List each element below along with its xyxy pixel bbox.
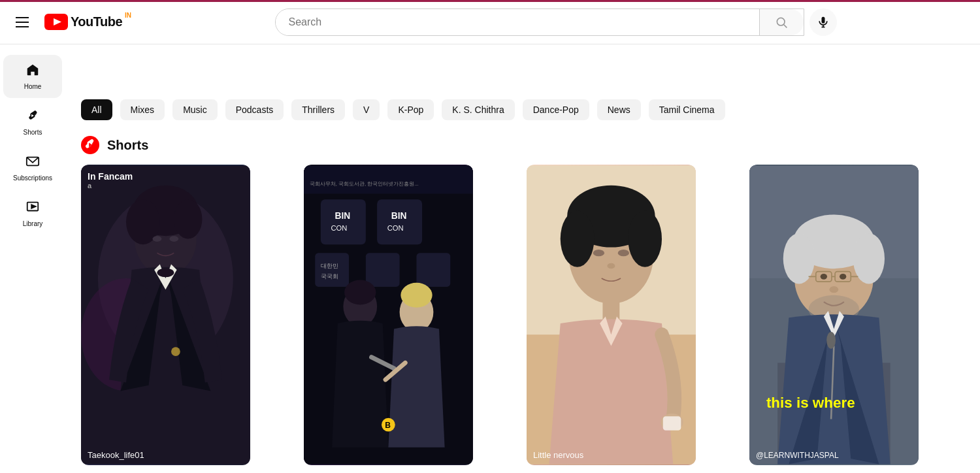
short-2-bottom-label — [304, 455, 473, 465]
svg-rect-33 — [315, 253, 349, 287]
topbar: YouTube IN — [0, 0, 980, 44]
hamburger-line-2 — [16, 22, 29, 23]
shorts-grid: In Fancam a Taekook_life01 국회사무처, 국회도서관,… — [81, 165, 964, 465]
youtube-logo[interactable]: YouTube IN — [44, 14, 131, 30]
chip-thrillers[interactable]: Thrillers — [291, 99, 345, 120]
svg-point-74 — [840, 274, 846, 280]
yt-region-badge: IN — [125, 12, 131, 19]
svg-point-73 — [821, 274, 827, 280]
svg-rect-28 — [377, 199, 422, 244]
shorts-section-title: Shorts — [107, 138, 148, 153]
hamburger-button[interactable] — [10, 12, 34, 33]
search-input[interactable] — [276, 9, 759, 35]
svg-text:BIN: BIN — [391, 211, 407, 221]
shorts-icon — [25, 108, 40, 126]
filter-row: All Mixes Music Podcasts Thrillers V K-P… — [81, 89, 964, 131]
library-icon — [25, 200, 40, 218]
mic-button[interactable] — [809, 8, 837, 36]
svg-point-52 — [561, 210, 595, 267]
svg-point-22 — [171, 347, 180, 356]
svg-point-56 — [607, 263, 615, 269]
hamburger-line-1 — [16, 17, 29, 18]
svg-marker-9 — [31, 204, 35, 208]
search-button[interactable] — [759, 9, 804, 35]
svg-rect-4 — [821, 16, 825, 23]
search-bar — [275, 8, 804, 36]
short-thumb-2: 국회사무처, 국회도서관, 한국인터넷가진흥원... BIN CON BIN C… — [304, 165, 473, 465]
sidebar-item-library[interactable]: Library — [3, 192, 62, 235]
shorts-section-header: Shorts — [81, 136, 964, 154]
sidebar: Home Shorts Subscriptions Library — [0, 44, 65, 473]
svg-point-21 — [157, 268, 174, 277]
svg-text:B: B — [385, 421, 391, 430]
sidebar-item-home[interactable]: Home — [3, 55, 62, 98]
hamburger-line-3 — [16, 26, 29, 27]
library-label: Library — [23, 220, 43, 227]
chip-dancepop[interactable]: Dance-Pop — [523, 99, 589, 120]
chip-mixes[interactable]: Mixes — [120, 99, 165, 120]
sidebar-item-shorts[interactable]: Shorts — [3, 101, 62, 144]
svg-point-20 — [169, 236, 178, 242]
short-thumb-4: this is where — [749, 165, 919, 465]
chip-kpop[interactable]: K-Pop — [387, 99, 434, 120]
search-container — [275, 8, 837, 36]
chip-music[interactable]: Music — [172, 99, 218, 120]
home-icon — [25, 63, 40, 80]
short-thumb-1 — [81, 165, 250, 465]
short-4-bottom-label: @LEARNWITHJASPAL — [749, 445, 919, 465]
svg-point-18 — [174, 199, 202, 238]
svg-text:BIN: BIN — [335, 211, 350, 221]
short-3-bottom-label: Little nervous — [527, 445, 696, 465]
chip-podcasts[interactable]: Podcasts — [225, 99, 284, 120]
svg-text:국회사무처, 국회도서관, 한국인터넷가진흥원...: 국회사무처, 국회도서관, 한국인터넷가진흥원... — [310, 181, 419, 187]
chip-v[interactable]: V — [353, 99, 380, 120]
svg-rect-25 — [304, 165, 473, 193]
svg-point-53 — [628, 210, 662, 267]
subscriptions-icon — [25, 154, 40, 172]
svg-point-55 — [618, 250, 629, 256]
short-card-2[interactable]: 국회사무처, 국회도서관, 한국인터넷가진흥원... BIN CON BIN C… — [304, 165, 473, 465]
svg-text:대한민: 대한민 — [321, 263, 338, 269]
short-1-bottom-label: Taekook_life01 — [81, 445, 250, 465]
chip-tamil-cinema[interactable]: Tamil Cinema — [649, 99, 725, 120]
svg-point-19 — [153, 236, 162, 242]
svg-rect-34 — [366, 253, 400, 287]
sidebar-item-subscriptions[interactable]: Subscriptions — [3, 146, 62, 189]
svg-text:국국회: 국국회 — [321, 273, 338, 280]
svg-point-78 — [826, 332, 836, 349]
chip-kschithra[interactable]: K. S. Chithra — [442, 99, 514, 120]
short-card-4[interactable]: this is where @LEARNWITHJASPAL — [749, 165, 919, 465]
svg-text:this is where: this is where — [766, 395, 855, 411]
svg-text:CON: CON — [387, 224, 404, 232]
svg-rect-59 — [663, 416, 681, 431]
short-card-1[interactable]: In Fancam a Taekook_life01 — [81, 165, 250, 465]
chip-news[interactable]: News — [597, 99, 641, 120]
mic-icon — [817, 16, 830, 29]
yt-play-icon — [44, 14, 68, 30]
svg-line-3 — [784, 24, 787, 27]
shorts-label: Shorts — [24, 129, 42, 136]
subscriptions-label: Subscriptions — [13, 174, 52, 182]
svg-text:CON: CON — [331, 224, 347, 232]
svg-point-41 — [400, 283, 432, 308]
main-content: All Mixes Music Podcasts Thrillers V K-P… — [65, 89, 980, 465]
shorts-section-icon — [81, 136, 99, 154]
home-label: Home — [24, 83, 42, 90]
short-1-top-label: In Fancam a — [81, 171, 250, 189]
svg-point-2 — [777, 18, 785, 25]
search-icon — [775, 16, 788, 29]
yt-wordmark: YouTube — [71, 14, 122, 29]
svg-point-75 — [829, 286, 838, 293]
svg-rect-35 — [417, 253, 451, 287]
svg-rect-27 — [321, 199, 366, 244]
svg-point-39 — [344, 280, 376, 305]
svg-point-54 — [593, 250, 604, 256]
short-thumb-3 — [527, 165, 696, 465]
short-card-3[interactable]: Little nervous — [527, 165, 696, 465]
chip-all[interactable]: All — [81, 99, 112, 120]
